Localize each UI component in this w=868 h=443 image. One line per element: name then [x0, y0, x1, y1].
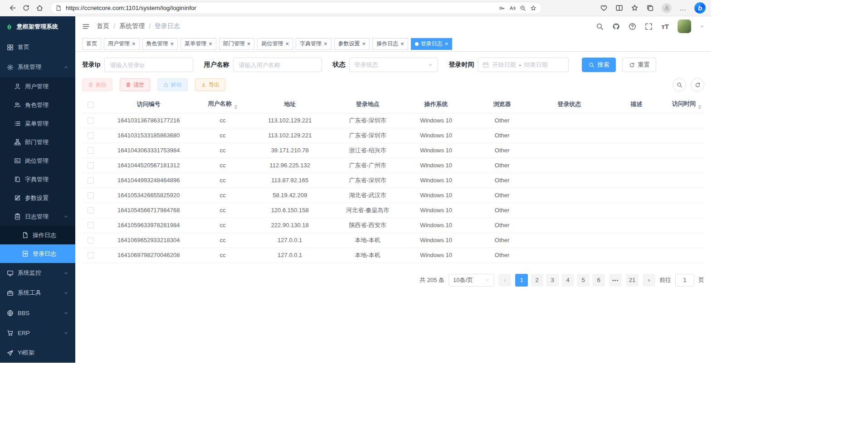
tab-close-icon[interactable]: ×	[285, 41, 289, 47]
sidebar-item-log-manage[interactable]: 日志管理	[0, 207, 75, 226]
breadcrumb-home[interactable]: 首页	[97, 22, 109, 30]
page-size-select[interactable]: 10条/页	[449, 274, 494, 287]
select-all-header[interactable]	[82, 96, 99, 113]
row-checkbox[interactable]	[88, 192, 94, 199]
tab-操作日志[interactable]: 操作日志×	[372, 38, 408, 50]
prev-page-button[interactable]: ‹	[498, 274, 511, 287]
sidebar-item-erp[interactable]: ERP	[0, 323, 75, 343]
select-all-checkbox[interactable]	[88, 102, 94, 108]
sidebar-item-yi-framework[interactable]: Yi框架	[0, 343, 75, 363]
tab-close-icon[interactable]: ×	[445, 41, 449, 47]
sidebar-item-dict-manage[interactable]: 字典管理	[0, 170, 75, 189]
more-pages-button[interactable]: •••	[609, 274, 622, 287]
row-checkbox[interactable]	[88, 237, 94, 243]
reset-button[interactable]: 重置	[622, 58, 656, 72]
row-checkbox[interactable]	[88, 177, 94, 184]
sidebar-item-home[interactable]: 首页	[0, 37, 75, 57]
tab-close-icon[interactable]: ×	[324, 41, 327, 47]
page-button-4[interactable]: 4	[561, 274, 574, 287]
sidebar-item-bbs[interactable]: BBS	[0, 303, 75, 323]
home-button[interactable]	[33, 2, 46, 15]
favorites-icon[interactable]	[631, 4, 639, 12]
read-aloud-icon[interactable]	[509, 5, 516, 11]
split-screen-icon[interactable]	[615, 4, 623, 12]
sidebar-item-role-manage[interactable]: 角色管理	[0, 96, 75, 114]
browser-menu-button[interactable]: …	[679, 4, 687, 12]
row-checkbox[interactable]	[88, 252, 94, 258]
tab-首页[interactable]: 首页	[82, 38, 101, 50]
fullscreen-icon[interactable]	[645, 23, 653, 30]
sidebar-item-system-monitor[interactable]: 系统监控	[0, 263, 75, 283]
password-key-icon[interactable]	[499, 5, 505, 11]
address-bar[interactable]: https://ccnetcore.com:1101/system/log/lo…	[50, 2, 542, 14]
page-button-6[interactable]: 6	[592, 274, 605, 287]
unlock-button[interactable]: 解锁	[157, 78, 188, 91]
github-icon[interactable]	[612, 23, 620, 30]
clear-button[interactable]: 清空	[120, 78, 150, 91]
zoom-out-icon[interactable]	[520, 5, 526, 11]
row-checkbox[interactable]	[88, 207, 94, 214]
tab-close-icon[interactable]: ×	[247, 41, 251, 47]
favorite-star-icon[interactable]	[530, 5, 536, 11]
sort-icon[interactable]	[234, 105, 238, 109]
sidebar-item-menu-manage[interactable]: 菜单管理	[0, 114, 75, 133]
tab-登录日志[interactable]: 登录日志×	[411, 38, 453, 50]
breadcrumb-system[interactable]: 系统管理	[119, 22, 145, 30]
sort-icon[interactable]	[698, 105, 702, 109]
back-button[interactable]	[5, 2, 19, 15]
sidebar-item-system-tools[interactable]: 系统工具	[0, 283, 75, 303]
refresh-button[interactable]	[19, 2, 33, 15]
login-time-range-picker[interactable]: 开始日期 - 结束日期	[478, 58, 569, 72]
tab-菜单管理[interactable]: 菜单管理×	[180, 38, 216, 50]
tab-部门管理[interactable]: 部门管理×	[219, 38, 255, 50]
collections-icon[interactable]	[646, 4, 654, 12]
search-button[interactable]: 搜索	[582, 58, 616, 72]
refresh-table-button[interactable]	[691, 78, 704, 92]
status-select[interactable]: 登录状态	[349, 58, 438, 72]
page-button-2[interactable]: 2	[531, 274, 543, 287]
row-checkbox[interactable]	[88, 117, 94, 124]
row-checkbox[interactable]	[88, 162, 94, 169]
tab-岗位管理[interactable]: 岗位管理×	[257, 38, 293, 50]
tab-close-icon[interactable]: ×	[209, 41, 212, 47]
tab-角色管理[interactable]: 角色管理×	[142, 38, 178, 50]
page-button-1[interactable]: 1	[515, 274, 528, 287]
goto-page-input[interactable]	[675, 274, 694, 287]
url-text[interactable]: https://ccnetcore.com:1101/system/log/lo…	[66, 5, 495, 11]
help-icon[interactable]	[629, 23, 636, 30]
row-checkbox[interactable]	[88, 132, 94, 139]
font-size-icon[interactable]: тT	[661, 23, 669, 30]
site-info-icon[interactable]	[55, 5, 62, 11]
header-search-icon[interactable]	[596, 23, 604, 30]
export-button[interactable]: 导出	[195, 78, 225, 91]
toggle-search-button[interactable]	[673, 78, 686, 92]
sidebar-toggle-button[interactable]	[82, 23, 90, 30]
sidebar-item-operation-log[interactable]: 操作日志	[0, 226, 75, 244]
sidebar-item-post-manage[interactable]: 岗位管理	[0, 151, 75, 170]
tab-字典管理[interactable]: 字典管理×	[296, 38, 332, 50]
sidebar-item-param-settings[interactable]: 参数设置	[0, 189, 75, 207]
tab-close-icon[interactable]: ×	[171, 41, 174, 47]
tab-close-icon[interactable]: ×	[400, 41, 404, 47]
avatar-caret-icon[interactable]	[700, 24, 704, 29]
bing-chat-button[interactable]: b	[694, 2, 706, 14]
user-avatar[interactable]	[678, 19, 691, 33]
tab-close-icon[interactable]: ×	[132, 41, 136, 47]
page-button-5[interactable]: 5	[577, 274, 590, 287]
next-page-button[interactable]: ›	[643, 274, 655, 287]
browser-profile-button[interactable]	[662, 3, 672, 13]
tab-用户管理[interactable]: 用户管理×	[104, 38, 140, 50]
col-visit-time[interactable]: 访问时间	[669, 96, 704, 113]
username-input[interactable]	[233, 58, 322, 72]
delete-button[interactable]: 删除	[82, 78, 112, 91]
tab-参数设置[interactable]: 参数设置×	[334, 38, 370, 50]
row-checkbox[interactable]	[88, 147, 94, 154]
col-username[interactable]: 用户名称	[198, 96, 248, 113]
tab-close-icon[interactable]: ×	[362, 41, 366, 47]
row-checkbox[interactable]	[88, 222, 94, 229]
sidebar-item-user-manage[interactable]: 用户管理	[0, 77, 75, 96]
last-page-button[interactable]: 21	[626, 274, 639, 287]
browser-essentials-icon[interactable]	[600, 4, 608, 12]
sidebar-item-system-manage[interactable]: 系统管理	[0, 57, 75, 77]
sidebar-item-dept-manage[interactable]: 部门管理	[0, 133, 75, 151]
